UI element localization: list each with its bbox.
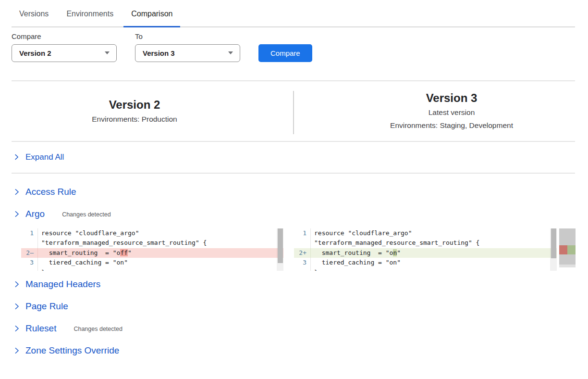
line-number: 2– <box>21 248 37 258</box>
diff-minimap <box>559 228 576 271</box>
tab-versions[interactable]: Versions <box>12 7 56 27</box>
section-title: Argo <box>25 209 45 219</box>
minimap-added-marker <box>567 245 576 254</box>
line-number <box>294 268 310 271</box>
chevron-right-icon <box>13 303 20 310</box>
version-right-environments: Environments: Staging, Development <box>328 120 575 131</box>
scrollbar-track[interactable] <box>550 228 557 271</box>
diff-line-removed: 2– smart_routing = "off" <box>21 248 283 258</box>
compare-form: Compare Version 2 To Version 3 Compare <box>12 32 588 62</box>
section-title: Access Rule <box>25 187 76 197</box>
line-number: 1 <box>21 228 37 239</box>
scrollbar-thumb[interactable] <box>278 228 283 263</box>
section-title: Zone Settings Override <box>25 345 119 356</box>
compare-label: Compare <box>12 32 117 40</box>
chevron-right-icon <box>13 347 20 354</box>
section-zone-settings-override[interactable]: Zone Settings Override <box>0 343 588 358</box>
compare-to-select[interactable]: Version 3 <box>135 44 240 62</box>
chevron-right-icon <box>13 211 20 217</box>
compare-from-select[interactable]: Version 2 <box>12 44 117 62</box>
code-text: tiered_caching = "on" <box>37 258 283 268</box>
version-headers: Version 2 Environments: Production Versi… <box>0 81 588 141</box>
line-number: 3 <box>294 258 310 268</box>
chevron-right-icon <box>13 154 20 160</box>
line-number: 1 <box>294 228 310 239</box>
diff-pane-left: 1 resource "cloudflare_argo" "terraform_… <box>21 228 283 271</box>
version-right-title: Version 3 <box>328 91 575 105</box>
code-text: smart_routing = "on" <box>310 248 557 258</box>
section-title: Ruleset <box>25 323 56 334</box>
chevron-down-icon <box>228 51 233 54</box>
changes-badge: Changes detected <box>74 324 122 332</box>
expand-all-toggle[interactable]: Expand All <box>0 142 588 173</box>
scrollbar-thumb[interactable] <box>551 228 556 258</box>
version-left-environments: Environments: Production <box>12 113 257 125</box>
code-text: } <box>310 268 557 271</box>
code-text: smart_routing = "off" <box>37 248 283 258</box>
code-text: } <box>37 268 283 271</box>
comparison-page: Versions Environments Comparison Compare… <box>0 0 588 379</box>
vertical-divider <box>293 91 294 134</box>
diff-line-wrap: "terraform_managed_resource_smart_routin… <box>294 238 557 248</box>
code-text: resource "cloudflare_argo" <box>37 228 283 239</box>
line-number: 3 <box>21 258 37 268</box>
section-title: Managed Headers <box>25 279 100 290</box>
chevron-right-icon <box>13 189 20 195</box>
chevron-right-icon <box>13 325 20 332</box>
removed-word-highlight: ff <box>120 249 128 256</box>
diff-line: 1 resource "cloudflare_argo" <box>21 228 283 239</box>
diff-pane-right: 1 resource "cloudflare_argo" "terraform_… <box>294 228 557 271</box>
diff-line: } <box>294 268 557 271</box>
version-left-title: Version 2 <box>12 97 257 112</box>
code-text: "terraform_managed_resource_smart_routin… <box>37 238 283 248</box>
compare-to-value: Version 3 <box>143 49 175 57</box>
section-managed-headers[interactable]: Managed Headers <box>0 277 588 292</box>
line-number: 2+ <box>294 248 310 258</box>
version-right-subtitle: Latest version <box>328 107 575 118</box>
section-list: Access Rule Argo Changes detected 1 reso… <box>0 184 588 358</box>
diff-line: } <box>21 268 283 271</box>
tab-comparison[interactable]: Comparison <box>123 7 180 27</box>
minimap-tail <box>559 265 576 267</box>
scrollbar-track[interactable] <box>277 228 283 271</box>
tab-bar: Versions Environments Comparison <box>12 0 575 27</box>
diff-line-added: 2+ smart_routing = "on" <box>294 248 557 258</box>
minimap-removed-marker <box>559 245 567 254</box>
code-text: resource "cloudflare_argo" <box>310 228 557 239</box>
diff-line: 3 tiered_caching = "on" <box>21 258 283 268</box>
line-number <box>21 268 37 271</box>
compare-from-value: Version 2 <box>19 49 51 57</box>
line-number <box>21 238 37 248</box>
divider <box>12 173 575 174</box>
section-title: Page Rule <box>25 301 68 312</box>
section-ruleset[interactable]: Ruleset Changes detected <box>0 321 588 336</box>
code-text: tiered_caching = "on" <box>310 258 557 268</box>
diff-line: 1 resource "cloudflare_argo" <box>294 228 557 239</box>
compare-from-field: Compare Version 2 <box>12 32 117 62</box>
tab-environments[interactable]: Environments <box>59 7 121 27</box>
code-text: "terraform_managed_resource_smart_routin… <box>310 238 557 248</box>
section-page-rule[interactable]: Page Rule <box>0 299 588 314</box>
argo-diff-view: 1 resource "cloudflare_argo" "terraform_… <box>21 228 588 271</box>
section-access-rule[interactable]: Access Rule <box>0 184 588 200</box>
line-number <box>294 238 310 248</box>
changes-badge: Changes detected <box>62 210 110 218</box>
expand-all-label: Expand All <box>25 152 64 162</box>
compare-button[interactable]: Compare <box>258 44 312 62</box>
section-argo[interactable]: Argo Changes detected <box>0 206 588 222</box>
diff-line-wrap: "terraform_managed_resource_smart_routin… <box>21 238 283 248</box>
to-label: To <box>135 32 240 40</box>
compare-to-field: To Version 3 <box>135 32 240 62</box>
diff-line: 3 tiered_caching = "on" <box>294 258 557 268</box>
version-header-left: Version 2 Environments: Production <box>12 97 257 125</box>
chevron-down-icon <box>105 51 110 54</box>
version-header-right: Version 3 Latest version Environments: S… <box>328 91 575 131</box>
chevron-right-icon <box>13 281 20 288</box>
